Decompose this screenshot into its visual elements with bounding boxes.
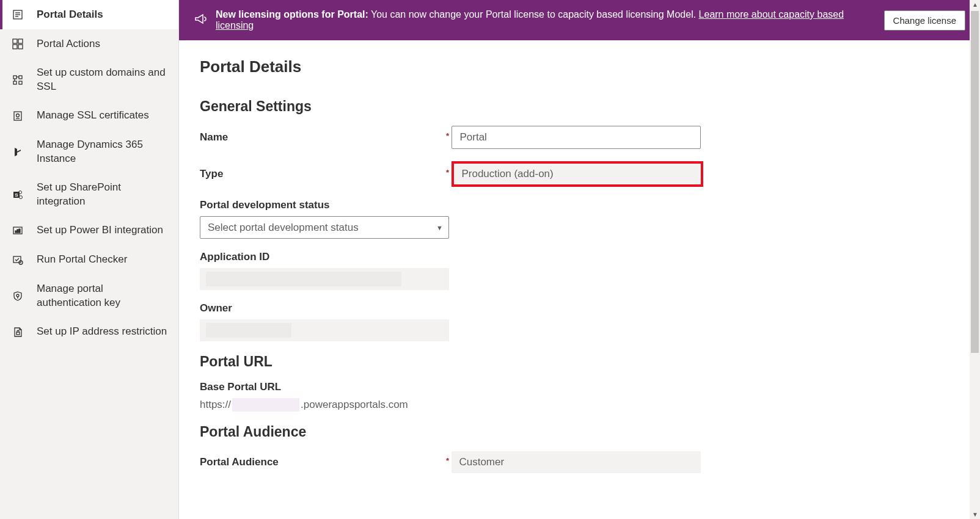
iprestrict-icon [11,325,24,339]
sidebar-item-label: Set up custom domains and SSL [37,66,167,94]
label-type: Type [200,168,449,180]
banner-description: You can now change your Portal license t… [371,9,696,20]
certificates-icon [11,109,24,123]
svg-rect-24 [17,230,18,233]
svg-rect-26 [13,256,21,263]
sidebar-item-label: Set up IP address restriction [37,325,167,339]
sidebar-item-ssl-certificates[interactable]: Manage SSL certificates [0,101,178,131]
label-app-id: Application ID [200,251,269,263]
field-owner: Owner [200,302,959,341]
megaphone-icon [194,12,207,28]
scroll-up-icon[interactable]: ▲ [972,1,978,8]
svg-rect-11 [19,81,22,84]
field-base-url: Base Portal URL https:// .powerappsporta… [200,381,959,412]
sidebar: Portal Details Portal Actions Set up cus… [0,0,179,519]
sidebar-item-dynamics-instance[interactable]: Manage Dynamics 365 Instance [0,131,178,173]
svg-point-21 [20,195,23,198]
section-portal-url: Portal URL [200,354,959,370]
sidebar-item-sharepoint[interactable]: S Set up SharePoint integration [0,173,178,216]
powerbi-icon [11,224,24,238]
svg-point-15 [16,114,20,117]
value-base-url: https:// .powerappsportals.com [200,398,959,412]
svg-rect-10 [13,81,16,84]
value-owner [200,319,449,341]
url-redacted [232,398,299,412]
sidebar-item-label: Manage Dynamics 365 Instance [37,138,167,166]
sidebar-item-ip-restriction[interactable]: Set up IP address restriction [0,318,178,347]
sidebar-item-label: Set up Power BI integration [37,223,167,238]
label-owner: Owner [200,302,232,314]
sharepoint-icon: S [11,188,24,201]
sidebar-item-portal-details[interactable]: Portal Details [0,0,178,29]
sidebar-item-label: Portal Actions [37,37,167,51]
sidebar-item-label: Set up SharePoint integration [37,181,167,209]
svg-rect-30 [16,332,20,335]
label-dev-status: Portal development status [200,199,330,211]
svg-rect-5 [18,39,23,43]
sidebar-item-label: Portal Details [37,8,167,22]
label-name: Name [200,131,449,143]
sidebar-item-label: Run Portal Checker [37,253,167,267]
dynamics-icon [11,145,24,159]
svg-rect-6 [13,45,17,49]
field-audience: Portal Audience [200,451,959,473]
sidebar-item-custom-domains[interactable]: Set up custom domains and SSL [0,59,178,101]
svg-marker-17 [15,148,21,156]
sidebar-item-auth-key[interactable]: Manage portal authentication key [0,275,178,318]
banner-text: New licensing options for Portal: You ca… [216,9,872,31]
main-content: New licensing options for Portal: You ca… [179,0,980,519]
svg-rect-9 [19,76,22,79]
sidebar-item-label: Manage SSL certificates [37,109,167,123]
select-dev-status[interactable]: Select portal development status [200,216,449,239]
svg-rect-14 [14,112,21,120]
svg-text:S: S [15,192,18,198]
section-general-settings: General Settings [200,98,959,115]
svg-rect-25 [19,229,20,233]
svg-point-28 [16,294,19,297]
label-base-url: Base Portal URL [200,381,281,393]
scrollbar-track[interactable]: ▲ ▼ [970,0,980,519]
content-area: Portal Details General Settings Name Typ… [179,40,980,519]
checker-icon [11,253,24,267]
label-audience: Portal Audience [200,456,449,468]
licensing-banner: New licensing options for Portal: You ca… [179,0,980,40]
details-icon [11,8,24,21]
field-app-id: Application ID [200,251,959,290]
authkey-icon [11,289,24,303]
sidebar-item-portal-actions[interactable]: Portal Actions [0,29,178,59]
actions-icon [11,37,24,51]
sidebar-item-powerbi[interactable]: Set up Power BI integration [0,216,178,245]
field-type: Type [200,161,959,187]
domains-icon [11,73,24,87]
sidebar-item-portal-checker[interactable]: Run Portal Checker [0,245,178,275]
scroll-down-icon[interactable]: ▼ [972,511,978,518]
svg-rect-4 [13,39,17,43]
change-license-button[interactable]: Change license [884,10,965,31]
svg-rect-8 [13,76,16,79]
field-dev-status: Portal development status Select portal … [200,199,959,239]
svg-rect-7 [18,45,23,49]
field-name: Name [200,126,959,149]
input-audience [452,451,701,473]
scrollbar-thumb[interactable] [971,11,979,353]
banner-title: New licensing options for Portal: [216,9,368,20]
sidebar-item-label: Manage portal authentication key [37,282,167,310]
section-portal-audience: Portal Audience [200,424,959,440]
value-app-id [200,268,449,290]
input-type [452,161,703,187]
page-title: Portal Details [200,57,959,76]
svg-rect-23 [15,231,16,233]
input-name[interactable] [452,126,701,149]
